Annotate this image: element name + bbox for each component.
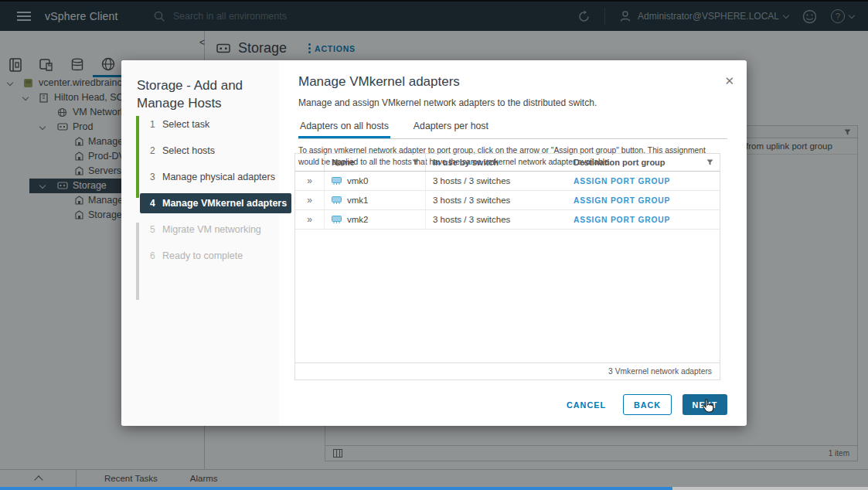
vmkernel-adapter-icon xyxy=(332,216,342,223)
in-use-by-switch-value: 3 hosts / 3 switches xyxy=(425,172,567,190)
column-in-use-by-switch: In use by switch xyxy=(433,158,499,167)
vmkernel-adapter-icon xyxy=(332,196,342,204)
close-icon[interactable]: ✕ xyxy=(724,74,734,88)
table-row-vmk1[interactable]: » vmk1 3 hosts / 3 switches ASSIGN PORT … xyxy=(295,191,720,210)
wizard-step-4-current[interactable]: 4 Manage VMkernel adapters xyxy=(140,193,291,213)
tab-adapters-on-all-hosts[interactable]: Adapters on all hosts xyxy=(298,117,390,138)
wizard-step-5: 5 Migrate VM networking xyxy=(140,219,291,240)
back-button[interactable]: BACK xyxy=(623,394,672,415)
cancel-button[interactable]: CANCEL xyxy=(560,394,612,415)
table-row-vmk0[interactable]: » vmk0 3 hosts / 3 switches ASSIGN PORT … xyxy=(295,172,720,191)
adapter-tabs: Adapters on all hosts Adapters per host xyxy=(298,117,727,139)
wizard-content-panel: ✕ Manage VMkernel adapters Manage and as… xyxy=(279,60,747,426)
assign-port-group-link[interactable]: ASSIGN PORT GROUP xyxy=(574,196,670,205)
column-name: Name xyxy=(332,158,355,167)
expand-row-icon[interactable]: » xyxy=(295,214,324,225)
tab-adapters-per-host[interactable]: Adapters per host xyxy=(412,117,490,138)
filter-icon[interactable] xyxy=(412,159,419,165)
wizard-steps-panel: Storage - Add and Manage Hosts 1 Select … xyxy=(121,60,279,426)
wizard-step-1[interactable]: 1 Select task xyxy=(140,114,291,134)
table-row-vmk2[interactable]: » vmk2 3 hosts / 3 switches ASSIGN PORT … xyxy=(295,210,720,230)
adapter-count: 3 Vmkernel network adapters xyxy=(608,367,712,376)
column-destination-port-group: Destination port group xyxy=(574,158,665,167)
add-and-manage-hosts-wizard: Storage - Add and Manage Hosts 1 Select … xyxy=(121,60,747,426)
pending-rail xyxy=(136,223,139,300)
completed-rail xyxy=(136,116,139,198)
assign-port-group-link[interactable]: ASSIGN PORT GROUP xyxy=(574,216,670,224)
table-footer: 3 Vmkernel network adapters xyxy=(295,362,720,379)
pane-subheading: Manage and assign VMkernel network adapt… xyxy=(298,97,727,108)
adapter-name: vmk1 xyxy=(347,196,368,205)
adapter-name: vmk0 xyxy=(347,176,368,185)
wizard-step-6: 6 Ready to complete xyxy=(140,246,291,266)
table-header-row: Name In use by switch Destination port g… xyxy=(295,154,720,172)
filter-icon[interactable] xyxy=(706,159,713,165)
pane-heading: Manage VMkernel adapters xyxy=(298,74,727,90)
wizard-step-3[interactable]: 3 Manage physical adapters xyxy=(140,167,291,187)
in-use-by-switch-value: 3 hosts / 3 switches xyxy=(425,210,567,229)
loading-progress-bar xyxy=(0,487,868,490)
vmkernel-adapter-icon xyxy=(332,177,342,185)
step-progress-rail xyxy=(136,116,139,300)
expand-row-icon[interactable]: » xyxy=(295,175,324,186)
wizard-title: Storage - Add and Manage Hosts xyxy=(121,60,279,113)
vmkernel-adapters-table: Name In use by switch Destination port g… xyxy=(294,153,720,380)
wizard-step-2[interactable]: 2 Select hosts xyxy=(140,141,291,161)
adapter-name: vmk2 xyxy=(347,215,368,224)
expand-row-icon[interactable]: » xyxy=(295,195,324,206)
in-use-by-switch-value: 3 hosts / 3 switches xyxy=(425,191,567,209)
progress-fill xyxy=(0,487,672,490)
next-button[interactable]: NEXT xyxy=(682,394,727,415)
assign-port-group-link[interactable]: ASSIGN PORT GROUP xyxy=(574,177,670,185)
